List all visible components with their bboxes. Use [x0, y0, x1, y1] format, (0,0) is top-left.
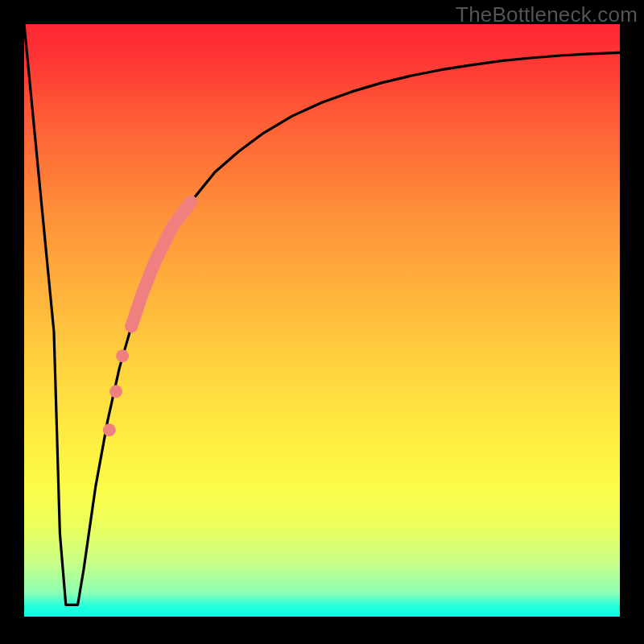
- bottleneck-curve: [24, 24, 620, 605]
- highlight-dot: [116, 349, 129, 362]
- chart-container: TheBottleneck.com: [0, 0, 644, 644]
- highlight-dot: [103, 423, 116, 436]
- highlight-dot: [109, 385, 122, 398]
- plot-svg: [24, 24, 620, 617]
- highlight-segment: [131, 202, 191, 327]
- watermark-label: TheBottleneck.com: [456, 2, 638, 27]
- plot-area: [24, 24, 620, 617]
